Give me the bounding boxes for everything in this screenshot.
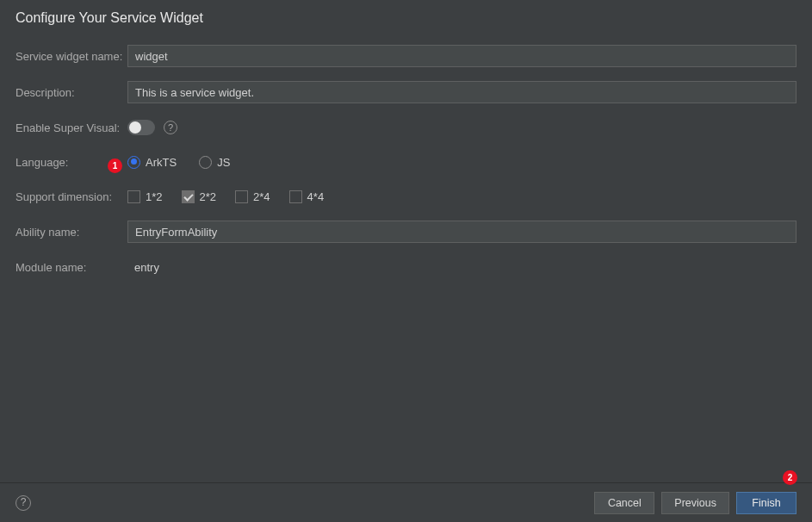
language-option-arkts[interactable]: ArkTS [127, 156, 177, 169]
footer-help-icon[interactable]: ? [15, 495, 31, 511]
callout-badge-2: 2 [783, 470, 797, 485]
previous-button[interactable]: Previous [661, 492, 729, 514]
page-title: Configure Your Service Widget [15, 10, 797, 26]
radio-icon [127, 156, 140, 169]
checkbox-icon [182, 190, 195, 203]
module-name-label: Module name: [15, 261, 127, 274]
checkbox-label: 1*2 [146, 190, 163, 203]
language-option-js[interactable]: JS [199, 156, 230, 169]
checkbox-icon [235, 190, 248, 203]
cancel-button[interactable]: Cancel [594, 492, 654, 514]
finish-button[interactable]: Finish 2 [736, 492, 797, 514]
radio-label: JS [217, 156, 230, 169]
widget-name-label: Service widget name: [15, 50, 127, 63]
radio-label: ArkTS [146, 156, 177, 169]
radio-icon [199, 156, 212, 169]
widget-name-input[interactable] [127, 45, 797, 67]
help-icon[interactable]: ? [164, 121, 177, 134]
dialog-footer: ? Cancel Previous Finish 2 [0, 482, 812, 522]
description-input[interactable] [127, 81, 797, 103]
enable-super-visual-label: Enable Super Visual: [15, 121, 127, 134]
module-name-value: entry [127, 261, 159, 274]
dimension-option-1x2[interactable]: 1*2 [127, 190, 163, 203]
dimension-option-4x4[interactable]: 4*4 [289, 190, 325, 203]
support-dimension-label: Support dimension: [15, 190, 127, 203]
finish-button-label: Finish [752, 497, 780, 509]
enable-super-visual-toggle[interactable] [127, 120, 155, 135]
ability-name-input[interactable] [127, 221, 797, 243]
toggle-knob [129, 121, 141, 134]
checkbox-label: 2*4 [253, 190, 270, 203]
dimension-option-2x4[interactable]: 2*4 [235, 190, 270, 203]
language-radio-group: ArkTS JS [127, 156, 230, 169]
callout-badge-1: 1 [108, 158, 122, 173]
checkbox-icon [289, 190, 302, 203]
checkbox-label: 2*2 [200, 190, 217, 203]
dimension-option-2x2[interactable]: 2*2 [182, 190, 217, 203]
dimension-checkbox-group: 1*2 2*2 2*4 4*4 [127, 190, 324, 203]
ability-name-label: Ability name: [15, 226, 127, 239]
checkbox-icon [127, 190, 140, 203]
description-label: Description: [15, 86, 127, 99]
checkbox-label: 4*4 [307, 190, 325, 203]
